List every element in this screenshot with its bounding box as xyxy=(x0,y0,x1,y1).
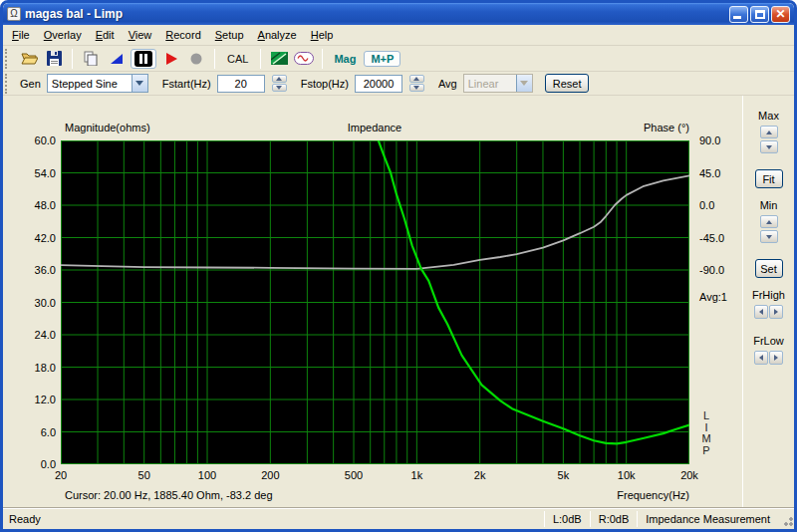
open-icon[interactable] xyxy=(19,49,39,69)
frhigh-label: FrHigh xyxy=(752,289,785,301)
y-left-tick: 30.0 xyxy=(3,297,56,309)
fstart-input[interactable]: 20 xyxy=(217,75,265,93)
set-button[interactable]: Set xyxy=(755,259,783,278)
plot-area[interactable] xyxy=(61,140,689,464)
max-up-icon xyxy=(760,126,778,138)
frlow-left-icon xyxy=(754,351,768,365)
x-axis-tick: 10k xyxy=(618,469,636,481)
cursor-readout: Cursor: 20.00 Hz, 1885.40 Ohm, -83.2 deg xyxy=(65,489,273,501)
phase-curve xyxy=(61,175,689,269)
generator-select[interactable]: Stepped Sine xyxy=(47,74,148,93)
menu-setup[interactable]: Setup xyxy=(208,26,251,44)
side-panel: Max Fit Min Set FrHigh xyxy=(742,96,794,507)
fstop-spinner[interactable] xyxy=(409,75,424,92)
reset-button[interactable]: Reset xyxy=(545,74,590,93)
frhigh-right-icon xyxy=(769,305,783,319)
title-bar[interactable]: Ω magas bal - Limp ✕ xyxy=(3,3,794,25)
overlay-pattern-icon[interactable] xyxy=(269,49,289,69)
x-axis-tick: 5k xyxy=(558,469,570,481)
toolbar-separator xyxy=(260,49,261,69)
fstart-label: Fstart(Hz) xyxy=(162,78,211,90)
x-axis-tick: 200 xyxy=(261,469,279,481)
min-spinner[interactable] xyxy=(760,215,778,243)
menu-help[interactable]: Help xyxy=(304,26,341,44)
x-axis-tick: 50 xyxy=(138,469,150,481)
magnitude-curve xyxy=(61,140,689,443)
max-spinner[interactable] xyxy=(760,126,778,153)
control-bar: Gen Stepped Sine Fstart(Hz) 20 Fstop(Hz)… xyxy=(3,72,794,96)
y-left-tick: 42.0 xyxy=(3,232,56,244)
avg-indicator: Avg:1 xyxy=(699,291,727,303)
phase-axis-title: Phase (°) xyxy=(644,122,689,133)
fstart-spinner[interactable] xyxy=(272,75,287,92)
menu-overlay[interactable]: Overlay xyxy=(37,26,89,44)
pause-button[interactable] xyxy=(131,49,156,69)
x-axis-tick: 20 xyxy=(55,469,67,481)
gen-label: Gen xyxy=(20,78,41,90)
y-right-tick: -90.0 xyxy=(699,264,724,276)
status-right-db: R:0dB xyxy=(591,513,638,525)
chevron-down-icon[interactable] xyxy=(132,75,147,92)
spin-down-icon xyxy=(272,84,287,92)
menu-view[interactable]: View xyxy=(122,26,159,44)
status-mode: Impedance Measurement xyxy=(638,513,778,525)
frlow-stepper[interactable] xyxy=(754,351,783,365)
avg-select: Linear xyxy=(463,74,533,93)
menu-file[interactable]: File xyxy=(5,26,37,44)
save-icon[interactable] xyxy=(44,49,64,69)
maximize-button[interactable] xyxy=(750,6,769,23)
magnitude-axis-title: Magnitude(ohms) xyxy=(65,122,150,133)
minimize-button[interactable] xyxy=(729,6,748,23)
play-icon[interactable] xyxy=(161,49,181,69)
copy-icon[interactable] xyxy=(81,49,101,69)
close-button[interactable]: ✕ xyxy=(771,6,790,23)
y-left-tick: 24.0 xyxy=(3,329,56,341)
mag-button[interactable]: Mag xyxy=(331,53,359,65)
x-axis-tick: 20k xyxy=(680,469,698,481)
min-down-icon xyxy=(760,230,778,243)
menu-edit[interactable]: Edit xyxy=(89,26,122,44)
limp-window: Ω magas bal - Limp ✕ File Overlay Edit V… xyxy=(0,0,797,532)
menu-analyze[interactable]: Analyze xyxy=(251,26,304,44)
mp-button[interactable]: M+P xyxy=(364,51,400,67)
y-right-tick: 45.0 xyxy=(699,167,720,179)
status-bar: Ready L:0dB R:0dB Impedance Measurement xyxy=(3,507,794,529)
spin-up-icon xyxy=(409,75,424,83)
resize-grip[interactable] xyxy=(780,511,794,527)
max-label: Max xyxy=(758,110,779,122)
spin-up-icon xyxy=(272,75,287,83)
x-axis-tick: 500 xyxy=(345,469,363,481)
y-left-tick: 48.0 xyxy=(3,199,56,211)
frlow-right-icon xyxy=(769,351,783,365)
control-bar-grip[interactable] xyxy=(5,74,10,94)
toolbar-separator xyxy=(322,49,323,69)
min-up-icon xyxy=(760,215,778,228)
toolbar-separator xyxy=(72,49,73,69)
impedance-plot-svg xyxy=(61,140,689,464)
menu-bar: File Overlay Edit View Record Setup Anal… xyxy=(3,25,794,46)
frlow-label: FrLow xyxy=(753,335,784,347)
menu-record[interactable]: Record xyxy=(158,26,207,44)
y-right-tick: 0.0 xyxy=(699,199,714,211)
fstop-input[interactable]: 20000 xyxy=(355,75,402,93)
spin-down-icon xyxy=(409,84,424,92)
record-icon[interactable] xyxy=(186,49,206,69)
chart-title: Impedance xyxy=(348,122,401,133)
flag-icon[interactable] xyxy=(106,49,126,69)
generator-icon[interactable] xyxy=(294,49,314,69)
y-left-tick: 6.0 xyxy=(3,426,56,438)
y-left-tick: 36.0 xyxy=(3,264,56,276)
y-right-tick: -45.0 xyxy=(699,232,724,244)
min-label: Min xyxy=(760,199,778,211)
avg-label: Avg xyxy=(438,78,457,90)
status-left-db: L:0dB xyxy=(545,513,590,525)
y-left-tick: 54.0 xyxy=(3,167,56,179)
status-ready: Ready xyxy=(9,513,544,525)
y-right-tick: 90.0 xyxy=(699,134,720,146)
frhigh-stepper[interactable] xyxy=(754,305,783,319)
cal-button[interactable]: CAL xyxy=(223,53,252,65)
fit-button[interactable]: Fit xyxy=(755,169,783,188)
y-left-tick: 12.0 xyxy=(3,394,56,405)
window-title: magas bal - Limp xyxy=(25,7,725,21)
toolbar-grip[interactable] xyxy=(5,49,10,69)
